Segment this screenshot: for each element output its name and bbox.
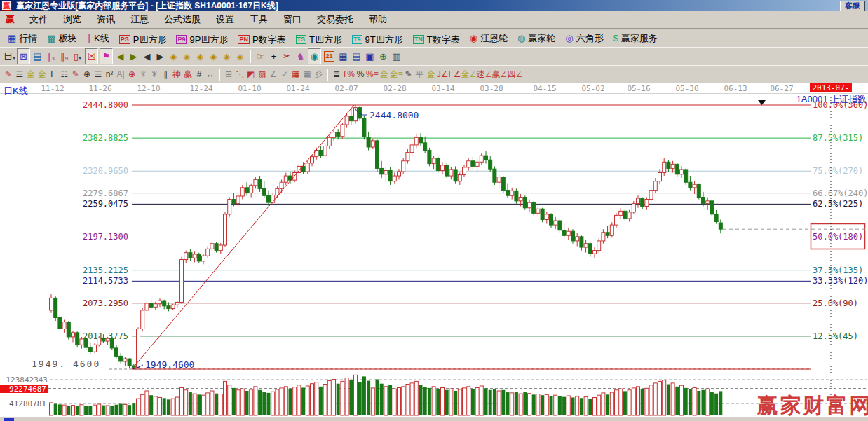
bars-pair-icon[interactable]: ∥ bbox=[160, 67, 171, 82]
calculator-icon[interactable]: ▦ bbox=[337, 49, 349, 64]
print-icon[interactable]: ▥ bbox=[391, 49, 402, 64]
angle-icon[interactable]: ∠ bbox=[268, 67, 279, 82]
menu-item-6[interactable]: 工具 bbox=[242, 11, 276, 27]
svg-text:41280781: 41280781 bbox=[9, 399, 46, 408]
toolbar-winner-service-button[interactable]: $赢家服务 bbox=[609, 30, 663, 46]
pct-icon[interactable]: % bbox=[355, 67, 366, 82]
fan-rays-icon[interactable]: ⋱ bbox=[234, 67, 245, 82]
shen-icon[interactable]: 神 bbox=[171, 67, 182, 82]
star-chart-icon[interactable]: ⊠ bbox=[17, 48, 30, 64]
gold-angle-icon[interactable]: 金∠ bbox=[461, 67, 477, 82]
pct-lines-icon[interactable]: %≡ bbox=[366, 67, 379, 82]
gann-out-icon[interactable]: ◈ bbox=[221, 49, 233, 64]
t-pct-icon[interactable]: T% bbox=[342, 67, 355, 82]
h-measure-icon[interactable]: ↔ bbox=[205, 67, 216, 82]
bars-9-icon[interactable]: ∥₉ bbox=[58, 49, 70, 64]
pen-2-icon[interactable]: ✎ bbox=[70, 67, 81, 82]
gann-in-icon[interactable]: ◈ bbox=[208, 49, 219, 64]
toolbar-hexagon-button[interactable]: ◎六角形 bbox=[560, 30, 608, 46]
fan-box-icon[interactable]: ▨ bbox=[257, 67, 268, 82]
toolbar-t-table-button[interactable]: TNT数字表 bbox=[408, 32, 465, 48]
grid-red-icon[interactable]: ▦ bbox=[290, 67, 301, 82]
gold-levels-icon[interactable]: 金≡ bbox=[390, 67, 403, 82]
notes-icon[interactable]: ▤ bbox=[351, 49, 362, 64]
toolbar-kline-button[interactable]: ∥K线 bbox=[82, 30, 114, 46]
pen-icon[interactable]: ✎ bbox=[3, 67, 14, 82]
menu-item-5[interactable]: 设置 bbox=[208, 11, 242, 27]
menu-item-9[interactable]: 帮助 bbox=[361, 11, 395, 27]
grid-lines-icon[interactable]: ☰ bbox=[93, 67, 104, 82]
first-bar-icon[interactable]: ◀ bbox=[114, 49, 126, 64]
brain-icon[interactable]: ◉ bbox=[308, 48, 321, 64]
knight-icon[interactable]: ♞ bbox=[294, 49, 306, 64]
last-bar-icon[interactable]: ▶ bbox=[128, 49, 140, 64]
toolbar-p-square-button[interactable]: PSP四方形 bbox=[114, 32, 172, 48]
toolbar-gann-wheel-button[interactable]: ◉江恩轮 bbox=[465, 30, 513, 46]
cycle-icon[interactable]: ⊕ bbox=[81, 67, 93, 82]
menu-item-1[interactable]: 浏览 bbox=[55, 11, 89, 27]
toolbar-9p-square-button[interactable]: P99P四方形 bbox=[171, 32, 233, 48]
symbol-label: 1A0001 上证指数 bbox=[796, 94, 867, 104]
flag-icon[interactable]: ⚑ bbox=[100, 48, 113, 64]
menu-item-0[interactable]: 文件 bbox=[22, 11, 55, 27]
chart-canvas[interactable]: 2444.8000100.0%(360)2382.882587.5%(315)2… bbox=[0, 93, 868, 417]
gold-lines-2-icon[interactable]: 金 bbox=[36, 67, 48, 82]
candle-style-icon[interactable]: ▯▾ bbox=[72, 49, 83, 64]
hlines-icon[interactable]: ☰ bbox=[14, 67, 25, 82]
toolbar-quote-button[interactable]: ▦行情 bbox=[3, 30, 42, 46]
web-1-icon[interactable]: ✳ bbox=[137, 67, 149, 82]
gold-circle-icon[interactable]: 金 bbox=[379, 67, 390, 82]
gann-left-icon[interactable]: ◈ bbox=[168, 49, 179, 64]
scissors-icon[interactable]: ✂ bbox=[281, 49, 293, 64]
hand-icon[interactable]: ☞ bbox=[255, 49, 266, 64]
menu-item-4[interactable]: 公式选股 bbox=[156, 11, 208, 27]
grid-gray-icon[interactable]: ▦ bbox=[301, 67, 313, 82]
n2-icon[interactable]: n² bbox=[104, 67, 115, 82]
su-angle-icon[interactable]: 速∠ bbox=[477, 67, 492, 82]
menu-item-3[interactable]: 江恩 bbox=[123, 11, 156, 27]
web-2-icon[interactable]: ✳ bbox=[149, 67, 160, 82]
crosshair-icon[interactable]: + bbox=[268, 49, 280, 64]
arc-box-icon[interactable]: ◩ bbox=[245, 67, 257, 82]
box-sel-icon[interactable]: ⊞ bbox=[223, 67, 234, 82]
pen-3-icon[interactable]: ✎ bbox=[403, 67, 414, 82]
gold-2-icon[interactable]: 金 bbox=[426, 67, 437, 82]
board-icon[interactable]: ▤ bbox=[32, 49, 43, 64]
menu-item-8[interactable]: 交易委托 bbox=[309, 11, 361, 27]
prev-bar-icon[interactable]: ◀ bbox=[141, 49, 153, 64]
toolbar-sectors-button[interactable]: ▩板块 bbox=[42, 30, 81, 46]
customer-service-button[interactable]: 客服 bbox=[840, 1, 865, 11]
fibo-icon[interactable]: F bbox=[48, 67, 59, 82]
toolbar-9t-square-button[interactable]: T99T四方形 bbox=[347, 32, 408, 48]
spiral-icon[interactable]: ☷ bbox=[59, 67, 70, 82]
levels-icon[interactable]: ≣ bbox=[331, 67, 342, 82]
network-icon[interactable]: ⊕ bbox=[377, 49, 389, 64]
a-line-icon[interactable]: A| bbox=[115, 67, 126, 82]
svg-text:2135.2125: 2135.2125 bbox=[83, 265, 128, 275]
menu-item-7[interactable]: 窗口 bbox=[276, 11, 309, 27]
save-icon[interactable]: ▣ bbox=[364, 49, 376, 64]
toolbar-p-table-button[interactable]: PNP数字表 bbox=[233, 32, 290, 48]
calendar-21-icon[interactable]: 21 bbox=[324, 51, 334, 62]
slashes-icon[interactable]: 彡 bbox=[313, 67, 324, 82]
period-day-icon[interactable]: 日▾ bbox=[4, 49, 15, 64]
gann-all-icon[interactable]: ◈ bbox=[234, 49, 246, 64]
j-angle-icon[interactable]: J∠ bbox=[437, 67, 449, 82]
gann-right-icon[interactable]: ◈ bbox=[181, 49, 193, 64]
toolbar-t-square-button[interactable]: TST四方形 bbox=[291, 32, 347, 48]
menu-item-2[interactable]: 资讯 bbox=[89, 11, 123, 27]
ying-angle-icon[interactable]: 赢∠ bbox=[492, 67, 508, 82]
compass-icon[interactable]: ⊕ bbox=[126, 67, 137, 82]
ping-icon[interactable]: 平 bbox=[414, 67, 426, 82]
next-bar-icon[interactable]: ▶ bbox=[154, 49, 166, 64]
bars-3-icon[interactable]: ∥₃ bbox=[45, 49, 57, 64]
ruler-icon[interactable]: # bbox=[194, 67, 205, 82]
si-angle-icon[interactable]: 四∠ bbox=[508, 67, 523, 82]
figure-icon[interactable]: ☒ bbox=[85, 48, 98, 64]
ying-icon[interactable]: 赢 bbox=[182, 67, 194, 82]
toolbar-winner-wheel-button[interactable]: ◍赢家轮 bbox=[513, 30, 560, 46]
gold-lines-1-icon[interactable]: 金 bbox=[25, 67, 36, 82]
check-line-icon[interactable]: ✓ bbox=[279, 67, 290, 82]
f-angle-icon[interactable]: F∠ bbox=[448, 67, 461, 82]
gann-both-icon[interactable]: ◈ bbox=[194, 49, 206, 64]
